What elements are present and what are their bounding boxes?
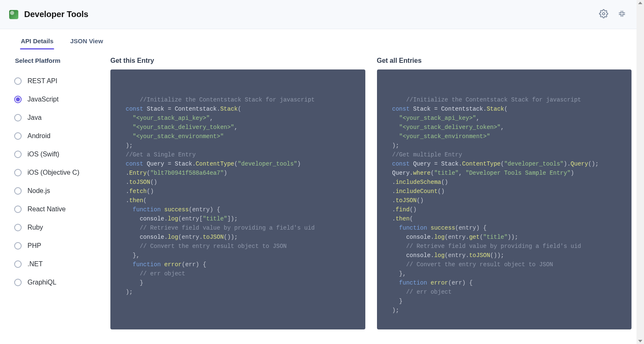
- radio-icon: [14, 96, 22, 103]
- radio-icon: [14, 205, 22, 213]
- copy-button-a[interactable]: [346, 77, 357, 88]
- tab-json-view[interactable]: JSON View: [70, 37, 103, 49]
- radio-icon: [14, 77, 22, 85]
- panel-title-a: Get this Entry: [110, 57, 365, 64]
- radio-label: Node.js: [27, 187, 50, 195]
- radio-icon: [14, 224, 22, 231]
- platform-radio--net[interactable]: .NET: [13, 256, 110, 272]
- radio-icon: [14, 114, 22, 121]
- gear-icon: [599, 9, 608, 18]
- platform-radio-react-native[interactable]: React Native: [13, 201, 110, 217]
- tab-api-details[interactable]: API Details: [21, 37, 53, 49]
- code-block-a: //Initialize the Contentstack Stack for …: [110, 69, 365, 329]
- platform-radio-android[interactable]: Android: [13, 128, 110, 144]
- radio-icon: [14, 187, 22, 195]
- platform-radio-ios-swift-[interactable]: iOS (Swift): [13, 146, 110, 162]
- platform-radio-graphiql[interactable]: GraphiQL: [13, 275, 110, 290]
- app-logo-icon: [9, 10, 18, 19]
- scroll-up-icon: [638, 2, 642, 4]
- radio-label: .NET: [27, 260, 42, 268]
- header: Developer Tools: [0, 0, 644, 29]
- radio-label: PHP: [27, 242, 41, 250]
- tabs: API Details JSON View: [0, 29, 644, 49]
- platform-radio-ruby[interactable]: Ruby: [13, 220, 110, 235]
- radio-label: Android: [27, 132, 50, 140]
- radio-label: JavaScript: [27, 96, 59, 103]
- radio-label: React Native: [27, 205, 66, 213]
- radio-label: GraphiQL: [27, 279, 56, 286]
- svg-point-0: [602, 12, 605, 15]
- radio-label: Java: [27, 114, 42, 121]
- code-block-b: //Initialize the Contentstack Stack for …: [377, 69, 632, 329]
- platform-radio-list: REST APIJavaScriptJavaAndroidiOS (Swift)…: [13, 73, 110, 290]
- panel-get-all-entries: Get all Entries //Initialize the Content…: [377, 57, 632, 329]
- page-scrollbar[interactable]: [637, 0, 644, 344]
- code-panels: Get this Entry //Initialize the Contents…: [110, 57, 632, 329]
- platform-radio-javascript[interactable]: JavaScript: [13, 92, 110, 107]
- copy-button-b[interactable]: [612, 77, 623, 88]
- collapse-icon: [617, 9, 627, 18]
- radio-label: Ruby: [27, 224, 43, 231]
- scroll-down-icon: [638, 340, 642, 342]
- sidebar-title: Select Platform: [13, 57, 110, 64]
- radio-icon: [14, 260, 22, 268]
- settings-button[interactable]: [599, 9, 608, 20]
- radio-icon: [14, 132, 22, 140]
- content: Select Platform REST APIJavaScriptJavaAn…: [0, 49, 644, 329]
- radio-icon: [14, 151, 22, 158]
- radio-label: iOS (Objective C): [27, 169, 79, 176]
- platform-radio-node-js[interactable]: Node.js: [13, 183, 110, 199]
- radio-label: REST API: [27, 77, 57, 85]
- platform-sidebar: Select Platform REST APIJavaScriptJavaAn…: [12, 57, 110, 329]
- radio-icon: [14, 242, 22, 250]
- page-title: Developer Tools: [24, 10, 599, 19]
- platform-radio-java[interactable]: Java: [13, 110, 110, 126]
- platform-radio-php[interactable]: PHP: [13, 238, 110, 254]
- panel-title-b: Get all Entries: [377, 57, 632, 64]
- radio-icon: [14, 169, 22, 176]
- radio-label: iOS (Swift): [27, 151, 59, 158]
- radio-icon: [14, 279, 22, 286]
- collapse-button[interactable]: [617, 9, 627, 20]
- platform-radio-rest-api[interactable]: REST API: [13, 73, 110, 89]
- panel-get-this-entry: Get this Entry //Initialize the Contents…: [110, 57, 365, 329]
- platform-radio-ios-objective-c-[interactable]: iOS (Objective C): [13, 165, 110, 181]
